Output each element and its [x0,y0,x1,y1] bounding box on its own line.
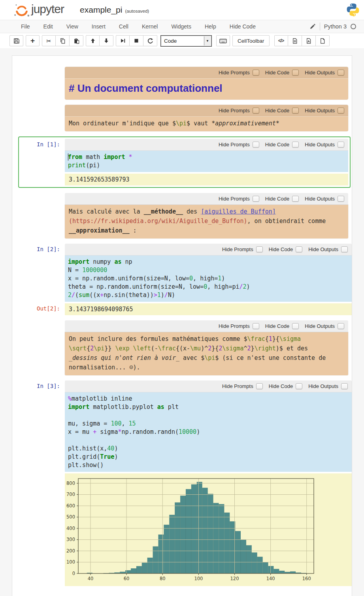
new-file-button[interactable] [316,35,330,46]
cell-toolbar: Hide PromptsHide CodeHide Outputs [65,320,348,332]
copy-cell-button[interactable] [56,35,70,46]
hide-toggle-checkbox[interactable] [253,323,259,329]
hide-toggle-label: Hide Outputs [308,246,338,252]
code-line: from math import * [68,153,345,161]
code-format-button[interactable]: </> [274,35,288,46]
menu-item-insert[interactable]: Insert [85,23,112,30]
hide-toggle-checkbox[interactable] [256,383,263,389]
hide-toggle-checkbox[interactable] [296,383,302,389]
menu-item-edit[interactable]: Edit [37,23,60,30]
toolbar: + ✂ Code ▼ CellToolbar </ [0,33,364,48]
menu-item-help[interactable]: Help [198,23,223,30]
hide-toggle-checkbox[interactable] [253,196,259,202]
run-icon [120,38,126,44]
code-line: N = 1000000 [68,266,349,274]
markdown-line: On peut inclure des formules mathématiqu… [69,334,344,344]
output-prompt [21,174,65,185]
output-text: 3.141592653589793 [65,174,348,185]
code-cell: In [1]:Hide PromptsHide CodeHide Outputs… [21,139,348,172]
menu-item-widgets[interactable]: Widgets [164,23,198,30]
hide-toggle-checkbox[interactable] [292,70,299,76]
cell-type-value: Code [164,38,177,44]
move-cell-down-button[interactable] [100,35,113,46]
hide-toggle-checkbox[interactable] [341,383,348,389]
stop-kernel-button[interactable] [130,35,143,46]
hide-toggle-checkbox[interactable] [338,196,344,202]
markdown-source[interactable]: On peut inclure des formules mathématiqu… [65,332,348,375]
menu-item-view[interactable]: View [60,23,85,30]
hide-toggle-checkbox[interactable] [338,108,344,114]
run-cell-button[interactable] [116,35,130,46]
markdown-line: (https://fr.wikipedia.org/wiki/Aiguille_… [69,216,344,226]
menu-item-file[interactable]: File [14,23,37,30]
paste-icon [74,38,79,44]
hide-toggle-label: Hide Outputs [305,70,335,76]
markdown-cell[interactable]: Hide PromptsHide CodeHide Outputs# Un do… [65,67,348,100]
restart-kernel-button[interactable] [143,35,157,46]
jupyter-logo[interactable]: jupyter [13,1,64,19]
notebook-container: Hide PromptsHide CodeHide Outputs# Un do… [12,55,352,596]
hide-toggle-checkbox[interactable] [296,246,302,252]
code-line: plt.hist(x,40) [68,445,349,453]
notebook-cell: Hide PromptsHide CodeHide OutputsOn peut… [12,320,352,375]
cell-toolbar: Hide PromptsHide CodeHide Outputs [65,380,352,392]
notebook-title[interactable]: example_pi [80,5,122,15]
hide-toggle-checkbox[interactable] [338,70,344,76]
hide-toggle-label: Hide Code [265,108,289,114]
output-prompt: Out[2]: [12,303,65,315]
export-html-button[interactable] [288,35,302,46]
export-pdf-button[interactable] [302,35,316,46]
code-input-area[interactable]: import numpy as npN = 1000000x = np.rand… [65,255,352,302]
kernel-name: Python 3 [324,23,347,30]
hide-toggle-checkbox[interactable] [253,142,259,148]
hide-toggle-checkbox[interactable] [292,142,299,148]
markdown-cell[interactable]: Hide PromptsHide CodeHide OutputsMon ord… [65,105,348,131]
markdown-cell[interactable]: Hide PromptsHide CodeHide OutputsOn peut… [65,320,348,375]
cell-main: Hide PromptsHide CodeHide Outputsimport … [65,244,352,302]
cut-icon: ✂ [46,38,51,44]
markdown-source[interactable]: Mon ordinateur m'indique que $\pi$ vaut … [65,117,348,131]
markdown-line: __approximation__ : [69,226,344,235]
save-button[interactable] [9,35,23,46]
code-line: x = mu + sigma*np.random.randn(10000) [68,428,349,436]
code-cell: In [2]:Hide PromptsHide CodeHide Outputs… [12,244,352,302]
hide-toggle-checkbox[interactable] [253,108,259,114]
pencil-icon [309,23,316,30]
paste-cell-button[interactable] [70,35,83,46]
hide-toggle-label: Hide Prompts [222,383,253,389]
jupyter-logo-text: jupyter [31,2,64,16]
input-prompt: In [1]: [21,139,65,172]
svg-text:0: 0 [72,571,75,576]
keyboard-shortcuts-button[interactable] [216,35,230,46]
notebook-cell: Hide PromptsHide CodeHide Outputs# Un do… [12,67,352,100]
markdown-source[interactable]: Mais calculé avec la __méthode__ des [ai… [65,205,348,238]
add-cell-button[interactable]: + [26,35,40,46]
code-line: import numpy as np [68,258,349,266]
markdown-cell[interactable]: Hide PromptsHide CodeHide OutputsMais ca… [65,193,348,238]
jupyter-logo-icon [13,1,30,19]
cut-cell-button[interactable]: ✂ [42,35,56,46]
svg-text:200: 200 [66,548,75,554]
cell-toolbar: Hide PromptsHide CodeHide Outputs [65,139,348,151]
hide-toggle-checkbox[interactable] [292,196,299,202]
hide-toggle-checkbox[interactable] [338,323,344,329]
code-input-area[interactable]: %matplotlib inlineimport matplotlib.pypl… [65,392,352,472]
hide-toggle-checkbox[interactable] [338,142,344,148]
code-input-area[interactable]: from math import *print(pi) [65,151,348,172]
hide-toggle-checkbox[interactable] [292,323,299,329]
hide-toggle-checkbox[interactable] [253,70,259,76]
menu-item-hide-code[interactable]: Hide Code [223,23,262,30]
markdown-line: Mais calculé avec la __méthode__ des [ai… [69,207,344,216]
hide-toggle-checkbox[interactable] [292,108,299,114]
menu-item-cell[interactable]: Cell [112,23,135,30]
celltoolbar-button[interactable]: CellToolbar [232,35,270,46]
cell-type-select[interactable]: Code ▼ [161,36,211,46]
menu-item-kernel[interactable]: Kernel [135,23,164,30]
hide-toggle-checkbox[interactable] [256,246,263,252]
file-blank-icon [320,38,325,44]
hide-toggle-label: Hide Code [265,70,289,76]
file-pdf-icon [306,38,311,44]
hide-toggle-checkbox[interactable] [341,246,348,252]
app-header: jupyter example_pi (autosaved) [0,0,364,20]
move-cell-up-button[interactable] [86,35,100,46]
